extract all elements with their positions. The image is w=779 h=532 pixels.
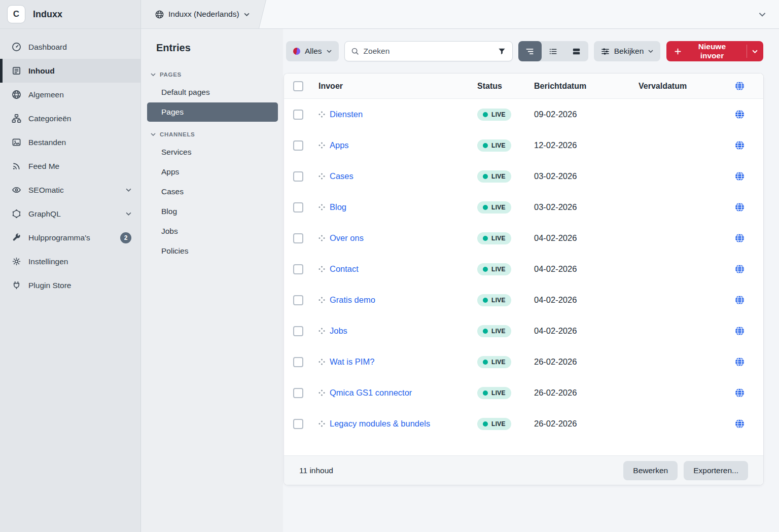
drag-handle-icon[interactable] <box>318 142 325 149</box>
entry-link[interactable]: Contact <box>330 264 359 274</box>
source-item-cases[interactable]: Cases <box>147 182 278 201</box>
chevron-down-icon[interactable] <box>126 188 131 192</box>
app-window: C Induxx Induxx (Nederlands) Dashboard I… <box>0 0 779 532</box>
sidebar-item-bestanden[interactable]: Bestanden <box>0 130 140 154</box>
entry-link[interactable]: Jobs <box>330 326 347 336</box>
entry-link[interactable]: Legacy modules & bundels <box>330 419 430 429</box>
drag-handle-icon[interactable] <box>318 389 325 396</box>
row-checkbox[interactable] <box>293 140 303 151</box>
drag-handle-icon[interactable] <box>318 266 325 272</box>
row-checkbox[interactable] <box>293 357 303 367</box>
entry-link[interactable]: Apps <box>330 140 349 150</box>
post-date: 09-02-2026 <box>530 110 634 119</box>
drag-handle-icon[interactable] <box>318 297 325 303</box>
new-entry-button[interactable]: Nieuwe invoer <box>666 41 763 61</box>
sidebar-item-seomatic[interactable]: SEOmatic <box>0 178 140 202</box>
sidebar-item-label: Instellingen <box>28 257 68 266</box>
entry-link[interactable]: Over ons <box>330 233 364 243</box>
source-item-apps[interactable]: Apps <box>147 162 278 182</box>
table-row: Blog LIVE 03-02-2026 <box>284 192 763 223</box>
row-checkbox[interactable] <box>293 326 303 336</box>
sidebar-item-dashboard[interactable]: Dashboard <box>0 35 140 59</box>
group-header-channels[interactable]: CHANNELS <box>141 127 283 142</box>
sidebar-item-algemeen[interactable]: Algemeen <box>0 83 140 107</box>
post-date: 12-02-2026 <box>530 140 634 150</box>
entry-link[interactable]: Wat is PIM? <box>330 357 374 367</box>
app-logo[interactable]: C <box>7 5 25 23</box>
live-dot-icon <box>483 143 488 148</box>
toolbar: Alles Bekijken <box>286 41 763 61</box>
group-header-pages[interactable]: PAGES <box>141 67 283 82</box>
post-date: 03-02-2026 <box>530 171 634 181</box>
entry-link[interactable]: Gratis demo <box>330 295 375 305</box>
source-item-policies[interactable]: Policies <box>147 241 278 261</box>
row-checkbox[interactable] <box>293 233 303 243</box>
main-sidebar: Dashboard Inhoud Algemeen Categorieën Be… <box>0 29 141 532</box>
column-header-status[interactable]: Status <box>474 82 530 91</box>
sidebar-item-plugin-store[interactable]: Plugin Store <box>0 273 140 297</box>
sidebar-item-categorieen[interactable]: Categorieën <box>0 107 140 130</box>
source-item-label: Apps <box>161 167 179 176</box>
edit-button[interactable]: Bewerken <box>623 461 678 480</box>
view-list-button[interactable] <box>542 41 565 61</box>
export-button[interactable]: Exporteren... <box>684 461 748 480</box>
drag-handle-icon[interactable] <box>318 111 325 118</box>
sidebar-item-inhoud[interactable]: Inhoud <box>0 59 140 83</box>
site-globe-icon <box>735 233 745 243</box>
sidebar-item-feed-me[interactable]: Feed Me <box>0 154 140 178</box>
row-checkbox[interactable] <box>293 388 303 398</box>
drag-handle-icon[interactable] <box>318 204 325 210</box>
row-checkbox[interactable] <box>293 202 303 212</box>
entry-link[interactable]: Cases <box>330 171 353 181</box>
row-checkbox[interactable] <box>293 171 303 182</box>
drag-handle-icon[interactable] <box>318 359 325 365</box>
drag-handle-icon[interactable] <box>318 235 325 241</box>
post-date: 04-02-2026 <box>530 264 634 274</box>
source-item-label: Services <box>161 148 191 157</box>
live-dot-icon <box>483 205 488 210</box>
source-item-services[interactable]: Services <box>147 143 278 162</box>
entries-icon <box>12 66 21 76</box>
status-filter-label: Alles <box>305 47 322 56</box>
site-globe-icon <box>735 140 745 150</box>
live-dot-icon <box>483 112 488 117</box>
row-checkbox[interactable] <box>293 110 303 120</box>
chevron-down-icon[interactable] <box>126 212 131 216</box>
view-options-button[interactable]: Bekijken <box>594 41 661 61</box>
filter-funnel-icon[interactable] <box>498 47 506 56</box>
entry-link[interactable]: Diensten <box>330 110 363 119</box>
drag-handle-icon[interactable] <box>318 328 325 334</box>
sidebar-item-instellingen[interactable]: Instellingen <box>0 250 140 273</box>
group-label: CHANNELS <box>160 131 195 137</box>
view-structure-button[interactable] <box>518 41 542 61</box>
status-badge: LIVE <box>477 356 511 368</box>
source-item-pages[interactable]: Pages <box>147 102 278 122</box>
row-checkbox[interactable] <box>293 264 303 274</box>
column-header-invoer[interactable]: Invoer <box>308 82 474 91</box>
select-all-checkbox[interactable] <box>293 81 303 91</box>
new-entry-menu-chevron[interactable] <box>747 41 764 61</box>
source-item-blog[interactable]: Blog <box>147 202 278 221</box>
column-header-vervaldatum[interactable]: Vervaldatum <box>634 82 735 91</box>
source-item-jobs[interactable]: Jobs <box>147 222 278 241</box>
live-dot-icon <box>483 236 488 241</box>
drag-handle-icon[interactable] <box>318 420 325 427</box>
column-header-berichtdatum[interactable]: Berichtdatum <box>530 82 634 91</box>
source-item-default-pages[interactable]: Default pages <box>147 83 278 102</box>
status-badge: LIVE <box>477 325 511 337</box>
group-label: PAGES <box>160 72 182 78</box>
view-cards-button[interactable] <box>565 41 588 61</box>
list-view-icon <box>549 47 557 56</box>
feed-icon <box>12 161 21 171</box>
sidebar-item-hulpprogrammas[interactable]: Hulpprogramma's 2 <box>0 226 140 250</box>
entry-link[interactable]: Blog <box>330 202 346 212</box>
row-checkbox[interactable] <box>293 295 303 305</box>
entry-link[interactable]: Qmica GS1 connector <box>330 388 412 398</box>
chevron-down-icon[interactable] <box>759 12 766 17</box>
row-checkbox[interactable] <box>293 419 303 429</box>
site-switcher[interactable]: Induxx (Nederlands) <box>141 0 267 28</box>
status-filter-button[interactable]: Alles <box>286 41 339 61</box>
search-input[interactable] <box>364 47 493 56</box>
drag-handle-icon[interactable] <box>318 173 325 180</box>
sidebar-item-graphql[interactable]: GraphQL <box>0 202 140 226</box>
